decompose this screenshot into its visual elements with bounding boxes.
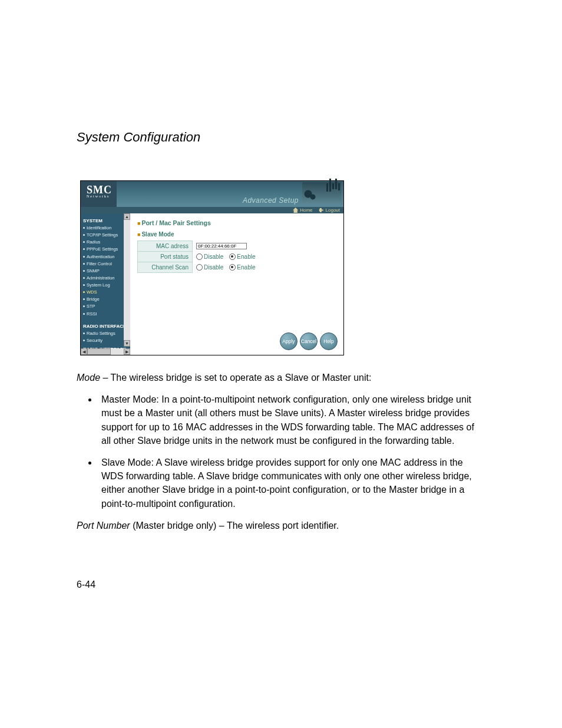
row-channel-scan: Channel Scan Disable Enable: [137, 262, 336, 273]
main-heading-text: Port / Mac Pair Settings: [141, 219, 210, 226]
row-port-status: Port status Disable Enable: [137, 251, 336, 262]
hscroll-track[interactable]: [87, 348, 124, 355]
sidebar-item-bridge[interactable]: Bridge: [83, 296, 129, 303]
row-mac-address: MAC adress: [137, 241, 336, 252]
sidebar-group-system: SYSTEM: [83, 218, 129, 223]
radio-icon: [196, 264, 203, 271]
screenshot-header: SMC Networks Advanced Setup: [81, 181, 343, 207]
sidebar-item-stp[interactable]: STP: [83, 303, 129, 310]
radio-checked-icon: [229, 253, 236, 260]
home-label: Home: [300, 207, 312, 213]
hscroll-thumb[interactable]: [87, 348, 111, 355]
port-status-enable-option[interactable]: Enable: [229, 253, 255, 261]
screenshot-panel: SMC Networks Advanced Setup Home Logout …: [80, 180, 344, 355]
sidebar-item-pppoe[interactable]: PPPoE Settings: [83, 246, 129, 253]
brand-logo: SMC Networks: [81, 181, 117, 207]
home-button[interactable]: Home: [293, 207, 312, 213]
header-banner: Advanced Setup: [117, 181, 343, 207]
scroll-down-icon[interactable]: ▼: [124, 340, 130, 347]
page-number: 6-44: [77, 579, 485, 590]
page-title: System Configuration: [77, 130, 485, 145]
apply-button[interactable]: Apply: [280, 332, 297, 350]
scroll-left-icon[interactable]: ◀: [81, 348, 87, 355]
advanced-setup-label: Advanced Setup: [243, 196, 299, 205]
sidebar-item-radio-settings[interactable]: Radio Settings: [83, 330, 129, 337]
home-icon: [293, 207, 298, 213]
sidebar-item-identification[interactable]: Identification: [83, 225, 129, 232]
logout-label: Logout: [326, 207, 340, 213]
mac-address-input[interactable]: [196, 243, 247, 249]
port-number-description: (Master bridge only) – The wireless port…: [130, 521, 339, 531]
brand-subtext: Networks: [87, 195, 112, 198]
mode-term: Mode: [77, 373, 100, 383]
sidebar-item-filter-control[interactable]: Filter Control: [83, 261, 129, 268]
sidebar-item-snmp[interactable]: SNMP: [83, 268, 129, 275]
disable-label-2: Disable: [204, 264, 223, 271]
scroll-right-icon[interactable]: ▶: [124, 348, 130, 355]
radio-checked-icon: [229, 264, 236, 271]
port-number-term: Port Number: [77, 521, 130, 531]
subheading-text: Slave Mode: [141, 231, 174, 238]
enable-label-2: Enable: [237, 264, 255, 271]
sidebar: SYSTEM Identification TCP/IP Settings Ra…: [81, 213, 130, 355]
subheading: ■Slave Mode: [137, 231, 336, 238]
brand-text: SMC: [87, 184, 112, 196]
bullet-slave-mode: Slave Mode: A Slave wireless bridge prov…: [98, 456, 485, 510]
sidebar-item-security[interactable]: Security: [83, 337, 129, 344]
disable-label: Disable: [204, 253, 223, 260]
mac-address-label: MAC adress: [137, 241, 193, 252]
channel-scan-disable-option[interactable]: Disable: [196, 264, 223, 271]
sidebar-vertical-scrollbar[interactable]: ▲ ▼: [124, 213, 130, 347]
port-status-label: Port status: [137, 251, 193, 262]
radio-icon: [196, 253, 203, 260]
sidebar-item-radius[interactable]: Radius: [83, 239, 129, 246]
sidebar-item-wds[interactable]: WDS: [83, 289, 129, 296]
channel-scan-label: Channel Scan: [137, 262, 193, 273]
sidebar-group-radio: RADIO INTERFACE: [83, 324, 129, 329]
logout-button[interactable]: Logout: [319, 207, 340, 213]
scroll-up-icon[interactable]: ▲: [124, 213, 130, 220]
main-heading: ■Port / Mac Pair Settings: [137, 219, 336, 226]
port-status-disable-option[interactable]: Disable: [196, 253, 223, 261]
sidebar-item-rssi[interactable]: RSSI: [83, 311, 129, 318]
sidebar-item-tcpip[interactable]: TCP/IP Settings: [83, 232, 129, 239]
help-button[interactable]: Help: [320, 332, 338, 350]
main-panel: ■Port / Mac Pair Settings ■Slave Mode MA…: [130, 213, 343, 355]
scroll-track[interactable]: [124, 220, 130, 340]
channel-scan-enable-option[interactable]: Enable: [229, 264, 255, 271]
logout-icon: [319, 207, 324, 213]
bullet-master-mode: Master Mode: In a point-to-multipoint ne…: [98, 393, 485, 447]
document-text: Mode – The wireless bridge is set to ope…: [77, 371, 485, 532]
mode-description: – The wireless bridge is set to operate …: [100, 373, 371, 383]
mode-paragraph: Mode – The wireless bridge is set to ope…: [77, 371, 485, 384]
sidebar-horizontal-scrollbar[interactable]: ◀ ▶: [81, 348, 130, 355]
enable-label: Enable: [237, 253, 255, 260]
sidebar-item-authentication[interactable]: Authentication: [83, 253, 129, 261]
port-number-paragraph: Port Number (Master bridge only) – The w…: [77, 519, 485, 532]
sidebar-item-system-log[interactable]: System Log: [83, 282, 129, 289]
top-toolbar: Home Logout: [81, 207, 343, 213]
action-buttons: Apply Cancel Help: [280, 332, 338, 350]
sidebar-item-administration[interactable]: Administration: [83, 275, 129, 282]
header-decor-image: [302, 182, 341, 203]
cancel-button[interactable]: Cancel: [300, 332, 318, 350]
